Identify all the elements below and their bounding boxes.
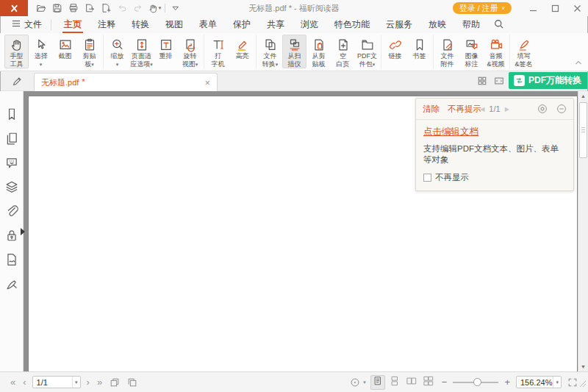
menu-tab-共享[interactable]: 共享 (259, 16, 293, 33)
ribbon-file-convert-button[interactable]: 文件 转换▾ (258, 35, 282, 68)
close-button[interactable] (566, 0, 588, 16)
app-logo-icon[interactable] (0, 0, 28, 16)
sidebar-sign-button[interactable] (5, 277, 18, 291)
ribbon-snapshot-button[interactable]: 截图 (53, 35, 77, 68)
hand-select-icon[interactable]: ▾ (147, 1, 162, 15)
zoom-slider[interactable] (453, 377, 498, 388)
scrollbar-thumb[interactable] (579, 102, 587, 158)
ribbon-audio-video-button[interactable]: 音频 &视频 (484, 35, 508, 68)
multi-tab-grid-icon[interactable] (475, 71, 490, 90)
previous-view-icon[interactable] (108, 376, 121, 389)
tab-close-icon[interactable]: × (204, 78, 210, 88)
tab-switch-icon[interactable] (492, 71, 506, 90)
minimize-button[interactable] (522, 0, 544, 16)
single-page-button[interactable] (370, 375, 385, 390)
next-tip-icon[interactable]: ▶ (505, 106, 509, 113)
sidebar-security-button[interactable] (5, 229, 18, 242)
next-view-icon[interactable] (126, 376, 139, 389)
sidebar-bookmarks-button[interactable] (5, 107, 18, 121)
chevron-down-icon[interactable]: ▾ (363, 379, 366, 385)
ribbon-reflow-button[interactable]: 重排 (154, 35, 178, 68)
ribbon-blank-page-button[interactable]: 空 白页 (331, 35, 355, 68)
ribbon-rotate-view-button[interactable]: 旋转 视图▾ (178, 35, 202, 68)
menu-tab-云服务[interactable]: 云服务 (378, 16, 420, 33)
zoom-in-button[interactable]: + (503, 377, 512, 388)
settings-gear-icon[interactable] (537, 104, 548, 114)
ribbon-select-button[interactable]: 选择 ▾ (29, 35, 53, 68)
menu-tab-主页[interactable]: 主页 (56, 16, 90, 33)
next-page-button[interactable]: › (85, 377, 91, 387)
search-button[interactable] (488, 16, 509, 33)
scroll-up-icon[interactable]: ▲ (578, 93, 588, 99)
continuous-facing-button[interactable] (421, 375, 436, 390)
zoom-out-button[interactable]: − (440, 377, 449, 388)
fullscreen-icon[interactable] (566, 376, 579, 389)
menu-tab-浏览[interactable]: 浏览 (293, 16, 326, 33)
scroll-mode-icon[interactable] (348, 376, 362, 389)
maximize-button[interactable] (544, 0, 566, 16)
page-number-input[interactable]: 1/1 ▾ (32, 376, 81, 388)
ribbon-typewriter-button[interactable]: 打 字机 (206, 35, 230, 68)
first-page-button[interactable]: « (9, 377, 17, 387)
zoom-slider-handle[interactable] (473, 378, 481, 386)
sidebar-digital-signatures-button[interactable] (5, 253, 18, 266)
sidebar-expand-handle[interactable] (21, 228, 25, 235)
dont-show-checkbox[interactable]: 不再显示 (423, 172, 566, 183)
customize-toolbar-button[interactable] (168, 1, 183, 15)
last-page-button[interactable]: » (96, 377, 104, 387)
checkbox-icon[interactable] (423, 174, 431, 182)
edit-document-link[interactable]: 点击编辑文档 (423, 126, 566, 138)
open-folder-icon[interactable] (34, 1, 49, 15)
menu-tab-注释[interactable]: 注释 (90, 16, 123, 33)
menu-tab-放映[interactable]: 放映 (420, 16, 454, 33)
redo-icon[interactable] (131, 1, 146, 15)
sidebar-attachments-button[interactable] (5, 204, 18, 218)
ribbon-from-clipboard-button[interactable]: 从剪 贴板 (306, 35, 331, 68)
pdf-convert-button[interactable]: PDF万能转换 (509, 72, 588, 89)
undo-icon[interactable] (115, 1, 129, 15)
sidebar-layers-button[interactable] (5, 180, 18, 193)
ribbon-bookmark-button[interactable]: 书签 (407, 35, 431, 68)
ribbon-attachment-button[interactable]: 文件 附件 (435, 35, 459, 68)
ribbon-image-annotation-button[interactable]: 图像 标注 (459, 35, 484, 68)
ribbon-hand-button[interactable]: 手型 工具 (4, 35, 29, 68)
document-tab[interactable]: 无标题.pdf * × (34, 73, 218, 91)
scroll-down-icon[interactable]: ▼ (578, 364, 588, 369)
menu-tab-保护[interactable]: 保护 (225, 16, 259, 33)
ribbon-zoom-button[interactable]: 缩放 ▾ (105, 35, 129, 68)
sidebar-comments-button[interactable] (5, 156, 18, 169)
ribbon-fill-sign-button[interactable]: 填写 &签名 (512, 35, 536, 68)
sidebar-page-thumbnails-button[interactable] (5, 132, 18, 145)
dont-remind-button[interactable]: 不再提示 (448, 104, 481, 115)
ribbon-page-fit-button[interactable]: 页面适 应选项▾ (129, 35, 154, 68)
ribbon-clipboard-button[interactable]: 剪贴 板▾ (77, 35, 101, 68)
menu-tab-表单[interactable]: 表单 (191, 16, 225, 33)
ribbon-pdf-package-button[interactable]: PDF文 件包▾ (355, 35, 379, 68)
minimize-tip-icon[interactable] (556, 104, 567, 114)
menu-tab-特色功能[interactable]: 特色功能 (326, 16, 378, 33)
vertical-scrollbar[interactable]: ▲ ▼ (578, 91, 588, 371)
ribbon-link-button[interactable]: 链接 (383, 35, 407, 68)
resize-grip[interactable] (579, 377, 587, 391)
zoom-level-select[interactable]: 156.24% ▾ (516, 376, 562, 388)
edit-pencil-icon[interactable] (0, 71, 34, 90)
ribbon-scanner-button[interactable]: 从扫 描仪 (282, 35, 306, 68)
prev-page-button[interactable]: ‹ (21, 377, 27, 387)
file-menu-button[interactable]: 文件 (7, 16, 46, 33)
menu-tab-帮助[interactable]: 帮助 (454, 16, 488, 33)
clear-button[interactable]: 清除 (423, 104, 440, 115)
login-register-button[interactable]: 登录 / 注册 ∨ (453, 2, 512, 14)
collapse-ribbon-button[interactable] (575, 55, 582, 68)
chevron-down-icon[interactable]: ▾ (553, 377, 561, 388)
print-icon[interactable] (66, 1, 81, 15)
menu-tab-视图[interactable]: 视图 (157, 16, 191, 33)
ribbon-highlight-button[interactable]: 高亮 (230, 35, 254, 68)
facing-page-button[interactable] (404, 375, 419, 390)
chevron-down-icon[interactable]: ▾ (72, 377, 80, 388)
save-icon[interactable] (50, 1, 65, 15)
menu-tab-转换[interactable]: 转换 (123, 16, 157, 33)
continuous-page-button[interactable] (387, 375, 402, 390)
export-icon[interactable] (82, 1, 97, 15)
new-page-icon[interactable] (98, 1, 113, 15)
prev-tip-icon[interactable]: ◀ (480, 106, 484, 113)
